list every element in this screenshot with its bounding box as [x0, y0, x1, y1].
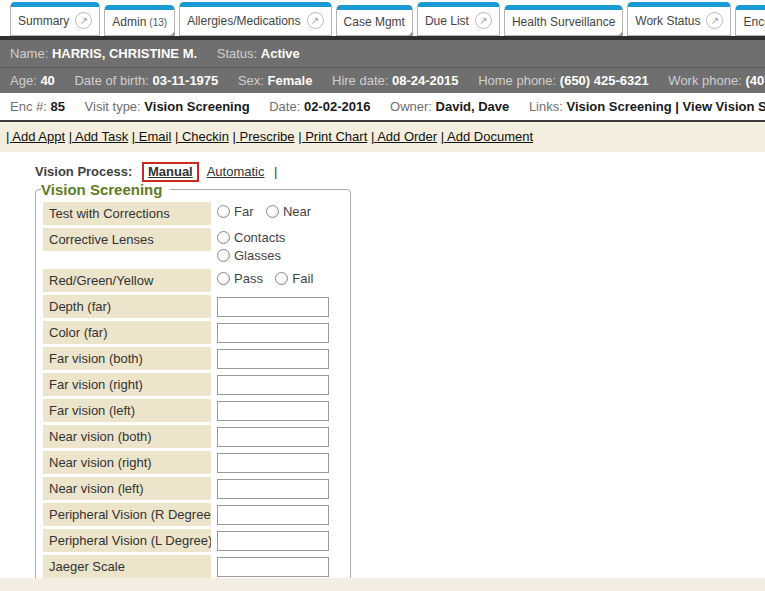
- external-link-icon[interactable]: ↗: [706, 12, 723, 29]
- vision-process-row: Vision Process: Manual Automatic |: [35, 164, 765, 179]
- field-control: [217, 321, 343, 343]
- text-input[interactable]: [217, 375, 329, 395]
- tab[interactable]: Admin (13): [104, 5, 175, 36]
- form-row: Depth (far): [43, 295, 343, 318]
- field-control: [217, 477, 343, 499]
- field-value: David, Dave: [436, 99, 510, 114]
- demographic-field: Sex: Female: [238, 73, 312, 88]
- field-value: Vision Screening: [144, 99, 249, 114]
- encounter-field: Date: 02-02-2016: [269, 99, 370, 114]
- tab[interactable]: Due List ↗: [417, 2, 500, 36]
- radio-label: Pass: [234, 271, 263, 286]
- radio-option[interactable]: Near: [266, 204, 311, 219]
- radio-input[interactable]: [217, 249, 230, 262]
- form-row: Near vision (both): [43, 425, 343, 448]
- text-input[interactable]: [217, 453, 329, 473]
- field-control: [217, 347, 343, 369]
- action-link[interactable]: Prescribe: [233, 129, 295, 144]
- demographics-bar: Age: 40 Date of birth: 03-11-1975 Sex: F…: [0, 67, 765, 93]
- radio-option[interactable]: Glasses: [217, 248, 281, 263]
- form-row: Far vision (both): [43, 347, 343, 370]
- demographic-field: Age: 40: [10, 73, 55, 88]
- text-input[interactable]: [217, 349, 329, 369]
- action-link[interactable]: Add Task: [69, 129, 129, 144]
- radio-option[interactable]: Fail: [275, 271, 313, 286]
- tab-label: Enco: [743, 15, 765, 29]
- tab[interactable]: Allergies/Medications ↗: [179, 2, 331, 36]
- text-input[interactable]: [217, 479, 329, 499]
- field-label: Near vision (right): [43, 451, 211, 474]
- field-control: [217, 295, 343, 317]
- radio-option[interactable]: Contacts: [217, 230, 285, 245]
- tab-label: Case Mgmt: [344, 15, 405, 29]
- form-row: Jaeger Scale: [43, 555, 343, 578]
- tab-label: Summary: [18, 14, 69, 28]
- text-input[interactable]: [217, 557, 329, 577]
- text-input[interactable]: [217, 401, 329, 421]
- tab[interactable]: Enco: [735, 5, 765, 36]
- vision-process-automatic-link[interactable]: Automatic: [207, 164, 265, 179]
- tab-label: Health Surveillance: [512, 15, 615, 29]
- tab[interactable]: Summary ↗: [10, 2, 100, 36]
- radio-input[interactable]: [275, 272, 288, 285]
- field-control: [217, 503, 343, 525]
- external-link-icon[interactable]: ↗: [475, 12, 492, 29]
- field-value: (407) 939: [745, 73, 765, 88]
- field-label: Hire date:: [332, 73, 388, 88]
- field-value: 08-24-2015: [392, 73, 459, 88]
- text-input[interactable]: [217, 323, 329, 343]
- action-link[interactable]: Checkin: [175, 129, 229, 144]
- patient-field: Name: HARRIS, CHRISTINE M.: [10, 46, 197, 61]
- radio-input[interactable]: [217, 205, 230, 218]
- text-input[interactable]: [217, 297, 329, 317]
- vision-process-label: Vision Process:: [35, 164, 132, 179]
- radio-label: Near: [283, 204, 311, 219]
- action-link[interactable]: Add Order: [371, 129, 437, 144]
- field-label: Far vision (right): [43, 373, 211, 396]
- radio-input[interactable]: [217, 272, 230, 285]
- tab[interactable]: Work Status ↗: [627, 2, 731, 36]
- action-link[interactable]: Add Document: [441, 129, 533, 144]
- field-label: Date of birth:: [74, 73, 148, 88]
- vision-process-manual-link[interactable]: Manual: [142, 162, 199, 182]
- radio-group: Pass Fail: [217, 271, 321, 288]
- field-value: 03-11-1975: [153, 73, 219, 88]
- field-control: [217, 555, 343, 577]
- radio-option[interactable]: Far: [217, 204, 254, 219]
- field-label: Peripheral Vision (R Degree): [43, 503, 211, 526]
- form-row: Peripheral Vision (L Degree): [43, 529, 343, 552]
- encounter-link[interactable]: Vision Screening: [566, 99, 671, 114]
- dropdown-fold-icon: [168, 31, 175, 36]
- radio-option[interactable]: Pass: [217, 271, 263, 286]
- action-link[interactable]: Print Chart: [298, 129, 367, 144]
- radio-input[interactable]: [217, 231, 230, 244]
- field-label: Name:: [10, 46, 48, 61]
- text-input[interactable]: [217, 505, 329, 525]
- tab-count-badge: (13): [149, 17, 167, 28]
- radio-label: Far: [234, 204, 254, 219]
- field-label: Near vision (both): [43, 425, 211, 448]
- field-label: Far vision (left): [43, 399, 211, 422]
- text-input[interactable]: [217, 427, 329, 447]
- external-link-icon[interactable]: ↗: [75, 12, 92, 29]
- tab[interactable]: Case Mgmt: [336, 5, 413, 36]
- external-link-icon[interactable]: ↗: [307, 12, 324, 29]
- field-label: Sex:: [238, 73, 264, 88]
- action-links-bar: Add Appt Add Task Email Checkin Prescrib…: [0, 122, 765, 152]
- tab[interactable]: Health Surveillance: [504, 5, 623, 36]
- radio-label: Fail: [292, 271, 313, 286]
- action-link[interactable]: Add Appt: [6, 129, 65, 144]
- field-label: Depth (far): [43, 295, 211, 318]
- encounter-bar: Enc #: 85 Visit type: Vision Screening D…: [0, 93, 765, 122]
- field-label: Work phone:: [668, 73, 741, 88]
- encounter-link[interactable]: View Vision Screening: [672, 99, 765, 114]
- patient-name-bar: Name: HARRIS, CHRISTINE M. Status: Activ…: [0, 40, 765, 67]
- field-control: [217, 451, 343, 473]
- action-link[interactable]: Email: [132, 129, 172, 144]
- field-control: Far Near: [217, 202, 343, 222]
- field-value: HARRIS, CHRISTINE M.: [52, 46, 197, 61]
- text-input[interactable]: [217, 531, 329, 551]
- radio-input[interactable]: [266, 205, 279, 218]
- radio-group: Contacts Glasses: [217, 230, 293, 265]
- field-control: [217, 373, 343, 395]
